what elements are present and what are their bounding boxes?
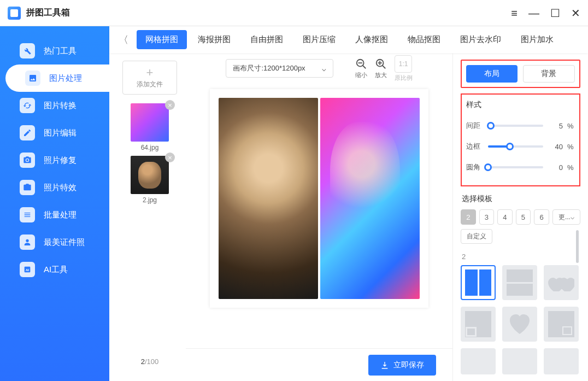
app-title: 拼图工具箱 (26, 7, 70, 19)
ai-icon: AI (20, 262, 35, 277)
template-item[interactable] (544, 348, 579, 374)
convert-icon (20, 98, 35, 113)
minimize-button[interactable]: — (528, 8, 539, 19)
file-thumb[interactable]: × 2.jpg (122, 156, 177, 204)
template-count-4[interactable]: 4 (497, 209, 513, 225)
zoom-in-icon (375, 58, 387, 70)
template-item[interactable] (502, 348, 537, 374)
template-pip-rect[interactable] (544, 307, 579, 342)
plus-icon: + (146, 67, 154, 79)
sidebar-item-ai[interactable]: AI AI工具 (0, 256, 109, 283)
svg-point-2 (26, 239, 28, 242)
custom-template-button[interactable]: 自定义 (461, 229, 492, 244)
template-count-5[interactable]: 5 (516, 209, 531, 225)
svg-point-0 (26, 159, 28, 161)
template-count-6[interactable]: 6 (534, 209, 549, 225)
stack-icon (20, 207, 35, 222)
tab-poster[interactable]: 海报拼图 (189, 30, 239, 49)
camera-sparkle-icon (20, 180, 35, 195)
spacing-slider-row: 间距 5 % (466, 115, 575, 136)
layout-tab-button[interactable]: 布局 (466, 65, 518, 83)
sidebar-item-photo-effect[interactable]: 照片特效 (0, 174, 109, 201)
tab-free[interactable]: 自由拼图 (242, 30, 292, 49)
thumb-filename: 2.jpg (122, 196, 177, 204)
template-count-2[interactable]: 2 (461, 209, 476, 225)
sidebar-item-label: 照片特效 (44, 183, 77, 193)
save-button[interactable]: 立即保存 (368, 355, 436, 376)
thumbnail-image (131, 103, 169, 142)
tab-remove-watermark[interactable]: 图片去水印 (451, 30, 510, 49)
right-panel: 布局 背景 样式 间距 5 % 边框 (452, 53, 588, 381)
file-count: 2/100 (141, 357, 159, 376)
collage-canvas[interactable] (210, 89, 428, 308)
original-ratio-label: 原比例 (395, 74, 413, 82)
sidebar-item-batch[interactable]: 批量处理 (0, 201, 109, 228)
border-slider[interactable] (488, 145, 543, 148)
tab-grid-collage[interactable]: 网格拼图 (137, 30, 187, 49)
svg-line-11 (382, 65, 385, 68)
template-2col[interactable] (461, 265, 496, 300)
svg-text:AI: AI (26, 268, 29, 272)
zoom-out-button[interactable]: 缩小 (355, 58, 367, 79)
sidebar-item-label: 图片编辑 (44, 128, 77, 138)
sidebar-item-label: 批量处理 (44, 210, 77, 220)
sidebar-item-photo-repair[interactable]: 照片修复 (0, 146, 109, 174)
tab-compress[interactable]: 图片压缩 (294, 30, 344, 49)
maximize-button[interactable]: ☐ (550, 8, 560, 19)
titlebar: 拼图工具箱 ≡ — ☐ ✕ (0, 0, 588, 26)
delete-thumb-button[interactable]: × (165, 100, 175, 110)
close-button[interactable]: ✕ (571, 8, 580, 19)
edit-icon (20, 125, 35, 140)
template-2row[interactable] (502, 265, 537, 300)
delete-thumb-button[interactable]: × (165, 153, 175, 162)
download-icon (380, 361, 389, 370)
canvas-slot-1[interactable] (219, 98, 318, 299)
back-button[interactable]: 〈 (115, 31, 132, 49)
chevron-down-icon: ⌵ (322, 65, 326, 73)
template-count-3[interactable]: 3 (479, 209, 495, 225)
spacing-slider[interactable] (488, 125, 543, 127)
thumbnail-image (131, 156, 169, 194)
chevron-down-icon: ⌵ (571, 213, 574, 221)
template-big-heart[interactable] (502, 307, 537, 342)
canvas-slot-2[interactable] (320, 98, 420, 299)
background-tab-button[interactable]: 背景 (523, 65, 575, 83)
original-ratio-button[interactable]: 1:1 (395, 55, 412, 73)
sidebar-item-label: 热门工具 (44, 46, 77, 56)
canvas-size-dropdown[interactable]: 画布尺寸:1200*1200px ⌵ (226, 59, 333, 78)
template-item[interactable] (461, 348, 496, 374)
zoom-out-icon (355, 58, 367, 70)
file-thumb[interactable]: × 64.jpg (122, 103, 177, 151)
zoom-in-button[interactable]: 放大 (375, 58, 387, 79)
border-slider-row: 边框 40 % (466, 136, 575, 157)
sidebar-item-hot-tools[interactable]: 热门工具 (0, 37, 109, 65)
sidebar-item-image-convert[interactable]: 图片转换 (0, 92, 109, 119)
svg-line-7 (362, 65, 366, 68)
sidebar-item-label: 图片处理 (49, 73, 82, 84)
style-section: 样式 间距 5 % 边框 (461, 93, 580, 186)
thumb-filename: 64.jpg (122, 144, 177, 151)
image-icon (25, 71, 40, 86)
tab-object-cutout[interactable]: 物品抠图 (399, 30, 449, 49)
sidebar-item-image-process[interactable]: 图片处理 (5, 65, 109, 92)
scrollbar[interactable] (576, 230, 579, 263)
sidebar: 热门工具 图片处理 图片转换 图片编辑 照片修复 照片特效 批量处理 最美证件 (0, 26, 109, 381)
radius-slider[interactable] (488, 166, 543, 168)
template-count-more[interactable]: 更... ⌵ (552, 209, 580, 225)
sidebar-item-label: 照片修复 (44, 155, 77, 166)
sidebar-item-image-edit[interactable]: 图片编辑 (0, 119, 109, 146)
camera-plus-icon (20, 153, 35, 168)
wrench-icon (20, 43, 35, 58)
hamburger-icon[interactable]: ≡ (511, 8, 518, 19)
template-hearts[interactable] (544, 265, 579, 300)
person-icon (20, 235, 35, 250)
sidebar-item-label: AI工具 (44, 265, 68, 275)
template-pip-heart[interactable] (461, 307, 496, 342)
tab-add-watermark[interactable]: 图片加水 (512, 30, 562, 49)
add-file-button[interactable]: + 添加文件 (122, 61, 177, 95)
sidebar-item-id-photo[interactable]: 最美证件照 (0, 228, 109, 256)
template-group-label: 2 (462, 253, 580, 261)
canvas-size-label: 画布尺寸:1200*1200px (233, 63, 305, 73)
add-file-label: 添加文件 (137, 80, 163, 89)
tab-portrait-cutout[interactable]: 人像抠图 (346, 30, 397, 49)
